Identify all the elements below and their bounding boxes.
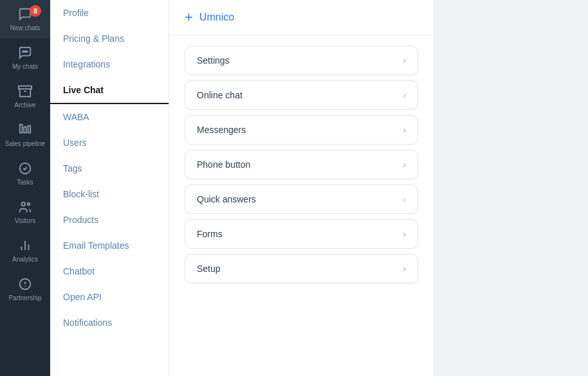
sidebar-middle-item-products[interactable]: Products <box>50 207 169 233</box>
option-online-chat[interactable]: Online chat › <box>185 80 418 110</box>
channel-header: + Umnico <box>169 0 434 35</box>
option-setup[interactable]: Setup › <box>185 254 418 283</box>
sidebar-label-partnership: Partnership <box>8 294 41 302</box>
sidebar-middle-item-block-list[interactable]: Block-list <box>50 181 169 207</box>
option-label-phone-button: Phone button <box>197 159 250 170</box>
svg-rect-6 <box>24 127 26 132</box>
sidebar-middle-item-live-chat[interactable]: Live Chat <box>50 77 169 104</box>
sidebar-middle-item-tags[interactable]: Tags <box>50 156 169 181</box>
sidebar-label-my-chats: My chats <box>12 63 38 71</box>
sidebar-item-my-chats[interactable]: My chats <box>0 39 50 77</box>
sidebar-middle-item-open-api[interactable]: Open API <box>50 284 169 310</box>
option-quick-answers[interactable]: Quick answers › <box>185 184 418 214</box>
sidebar-item-analytics[interactable]: Analytics <box>0 231 50 270</box>
chevron-icon-messengers: › <box>403 125 406 135</box>
sidebar-middle-item-email-templates[interactable]: Email Templates <box>50 233 169 258</box>
partnership-icon <box>17 276 33 292</box>
svg-point-10 <box>28 203 30 206</box>
sidebar-label-archive: Archive <box>14 102 35 109</box>
sidebar-label-analytics: Analytics <box>12 256 38 264</box>
sidebar-item-archive[interactable]: Archive <box>0 77 50 116</box>
chevron-icon-forms: › <box>403 229 406 239</box>
right-panel <box>434 0 588 376</box>
option-settings[interactable]: Settings › <box>185 46 418 75</box>
sidebar-item-new-chats[interactable]: 8 New chats <box>0 0 50 39</box>
chevron-icon-quick-answers: › <box>403 194 406 204</box>
sidebar-middle-label-email-templates: Email Templates <box>63 240 129 251</box>
visitors-icon <box>17 199 33 215</box>
main-content: + Umnico Settings › Online chat › Messen… <box>169 0 434 376</box>
sidebar-middle-item-integrations[interactable]: Integrations <box>50 51 169 77</box>
options-list: Settings › Online chat › Messengers › Ph… <box>169 35 434 294</box>
archive-icon <box>17 84 33 99</box>
chevron-icon-setup: › <box>403 264 406 274</box>
option-label-settings: Settings <box>197 55 230 66</box>
svg-point-0 <box>23 51 24 52</box>
option-label-setup: Setup <box>197 264 221 274</box>
sidebar-left: 8 New chats My chats Archive <box>0 0 50 376</box>
sidebar-middle-label-notifications: Notifications <box>63 318 112 328</box>
sidebar-item-visitors[interactable]: Visitors <box>0 193 50 231</box>
chevron-icon-phone-button: › <box>403 159 406 170</box>
sidebar-middle-label-users: Users <box>63 138 87 148</box>
sidebar-middle-label-profile: Profile <box>63 8 89 18</box>
sidebar-middle-label-block-list: Block-list <box>63 189 99 199</box>
analytics-icon <box>17 238 33 253</box>
option-messengers[interactable]: Messengers › <box>185 115 418 145</box>
option-label-online-chat: Online chat <box>197 90 243 100</box>
sidebar-middle-item-chatbot[interactable]: Chatbot <box>50 258 169 284</box>
sidebar-middle-label-tags: Tags <box>63 163 82 174</box>
option-phone-button[interactable]: Phone button › <box>185 150 418 179</box>
svg-point-9 <box>22 202 26 206</box>
option-label-messengers: Messengers <box>197 125 246 135</box>
sidebar-middle-label-open-api: Open API <box>63 292 102 302</box>
option-forms[interactable]: Forms › <box>185 219 418 249</box>
sidebar-item-tasks[interactable]: Tasks <box>0 154 50 193</box>
sidebar-middle-label-waba: WABA <box>63 112 89 122</box>
sidebar-middle-label-products: Products <box>63 215 98 225</box>
sidebar-middle-item-waba[interactable]: WABA <box>50 104 169 130</box>
pipeline-icon <box>17 122 33 138</box>
sidebar-middle-label-live-chat: Live Chat <box>63 85 104 95</box>
sidebar-item-partnership[interactable]: Partnership <box>0 270 50 309</box>
svg-rect-7 <box>28 126 31 133</box>
my-chats-icon <box>17 45 33 60</box>
sidebar-middle-item-pricing-plans[interactable]: Pricing & Plans <box>50 26 169 51</box>
svg-rect-3 <box>19 86 32 89</box>
sidebar-label-sales-pipeline: Sales pipeline <box>5 140 45 148</box>
chevron-icon-settings: › <box>403 55 406 66</box>
sidebar-middle-label-integrations: Integrations <box>63 59 110 69</box>
option-label-quick-answers: Quick answers <box>197 194 256 204</box>
sidebar-label-visitors: Visitors <box>15 217 36 225</box>
svg-rect-5 <box>20 125 23 133</box>
plus-icon: + <box>185 10 193 24</box>
tasks-icon <box>17 161 33 176</box>
sidebar-middle-item-notifications[interactable]: Notifications <box>50 310 169 336</box>
sidebar-middle: Profile Pricing & Plans Integrations Liv… <box>50 0 169 376</box>
sidebar-middle-item-users[interactable]: Users <box>50 130 169 156</box>
sidebar-item-sales-pipeline[interactable]: Sales pipeline <box>0 116 50 154</box>
svg-point-2 <box>26 51 28 52</box>
new-chats-badge: 8 <box>30 5 41 17</box>
sidebar-middle-item-profile[interactable]: Profile <box>50 0 169 26</box>
sidebar-middle-label-pricing-plans: Pricing & Plans <box>63 33 124 44</box>
sidebar-middle-label-chatbot: Chatbot <box>63 266 95 276</box>
option-label-forms: Forms <box>197 229 223 239</box>
sidebar-label-new-chats: New chats <box>10 24 41 32</box>
chevron-icon-online-chat: › <box>403 90 406 100</box>
svg-point-1 <box>24 51 26 52</box>
channel-title: Umnico <box>199 12 234 23</box>
sidebar-label-tasks: Tasks <box>17 179 33 186</box>
